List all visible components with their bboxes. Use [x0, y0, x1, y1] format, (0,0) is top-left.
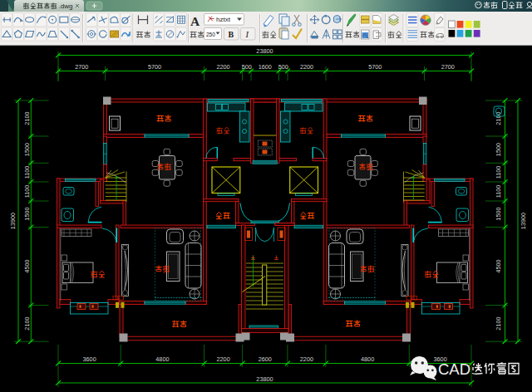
svg-text:4800: 4800 [361, 355, 374, 363]
svg-text:A: A [190, 14, 200, 28]
svg-text:13900: 13900 [520, 213, 527, 229]
svg-text:4500: 4500 [23, 259, 31, 272]
svg-text:hztxt: hztxt [216, 16, 231, 23]
svg-text:2200: 2200 [216, 63, 229, 71]
svg-text:23800: 23800 [256, 375, 273, 383]
svg-text:3600: 3600 [82, 355, 96, 363]
svg-text:I: I [245, 30, 249, 39]
svg-text:2200: 2200 [300, 63, 313, 71]
svg-text:4800: 4800 [155, 355, 169, 363]
svg-text:1500: 1500 [495, 143, 502, 156]
svg-text:2700: 2700 [441, 63, 455, 71]
svg-text:2200: 2200 [300, 355, 313, 363]
svg-text:1100: 1100 [495, 185, 502, 198]
svg-text:1100: 1100 [23, 185, 31, 198]
svg-text:1100: 1100 [495, 166, 502, 179]
svg-text:CAD: CAD [438, 360, 470, 378]
svg-text:1500: 1500 [23, 143, 31, 156]
svg-text:23800: 23800 [256, 47, 273, 55]
svg-text:2100: 2100 [23, 111, 31, 125]
svg-text:4500: 4500 [495, 259, 502, 272]
svg-text:500: 500 [242, 63, 252, 71]
svg-text:B: B [229, 30, 234, 39]
svg-text:2700: 2700 [75, 63, 88, 71]
svg-text:2200: 2200 [216, 355, 229, 363]
svg-text:5700: 5700 [148, 63, 161, 71]
svg-text:2600: 2600 [259, 355, 272, 363]
svg-text:5700: 5700 [368, 63, 382, 71]
svg-text:250: 250 [206, 32, 215, 37]
svg-text:500: 500 [278, 63, 288, 71]
svg-text:1500: 1500 [23, 207, 31, 220]
svg-text:1100: 1100 [23, 166, 31, 179]
svg-text:1600: 1600 [259, 63, 272, 71]
svg-text:2100: 2100 [23, 316, 31, 330]
svg-text:2100: 2100 [495, 316, 502, 330]
svg-text:1500: 1500 [495, 207, 502, 220]
svg-text:13900: 13900 [9, 213, 17, 229]
